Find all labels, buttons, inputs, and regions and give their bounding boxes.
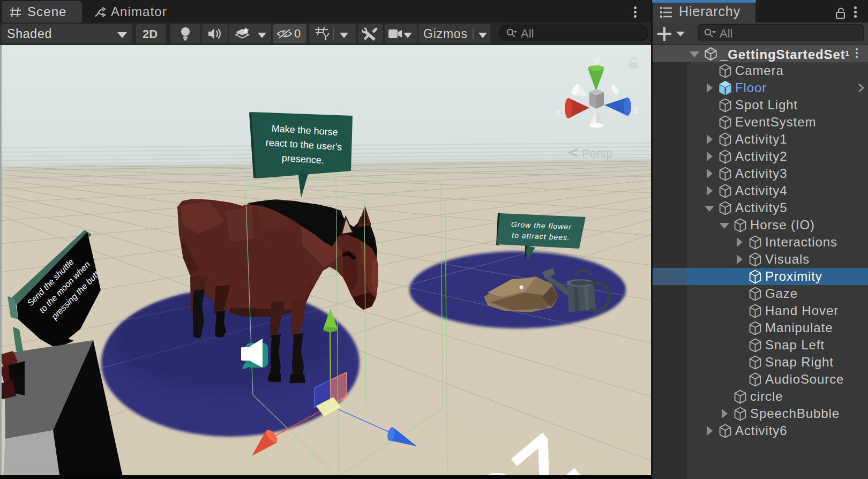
svg-text:z: z xyxy=(633,104,639,115)
svg-text:x: x xyxy=(555,107,561,118)
svg-text:Persp: Persp xyxy=(582,147,612,160)
svg-text:y: y xyxy=(594,54,600,65)
